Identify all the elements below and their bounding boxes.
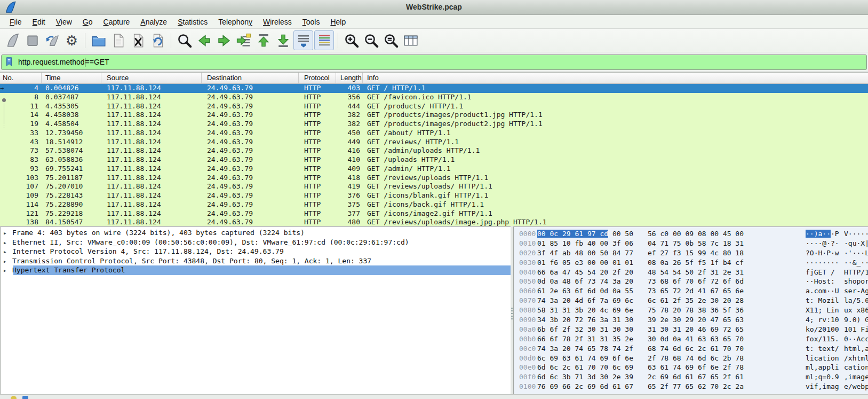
start-capture-icon[interactable]: 0 24 24"> bbox=[3, 31, 22, 50]
capture-comment-icon[interactable] bbox=[22, 396, 28, 399]
packet-row[interactable]: 8363.058836117.11.88.12424.49.63.79HTTP4… bbox=[0, 155, 868, 165]
find-packet-icon[interactable] bbox=[175, 31, 194, 50]
hex-row[interactable]: 006061 2e 63 6f 6d 0d 0a 5573 65 72 2d 4… bbox=[514, 286, 868, 296]
hex-row[interactable]: 010076 69 66 2c 69 6d 61 6765 2f 77 65 6… bbox=[514, 382, 868, 392]
packet-row[interactable]: 9369.755241117.11.88.12424.49.63.79HTTP4… bbox=[0, 165, 868, 174]
go-forward-icon[interactable] bbox=[214, 31, 233, 50]
capture-options-icon[interactable]: ⚙ bbox=[62, 31, 81, 50]
packet-row[interactable]: 4318.514912117.11.88.12424.49.63.79HTTP4… bbox=[0, 138, 868, 147]
detail-row[interactable]: ▸Hypertext Transfer Protocol bbox=[1, 265, 511, 275]
menu-item-tools[interactable]: Tools bbox=[297, 16, 325, 28]
open-file-icon[interactable] bbox=[89, 31, 108, 50]
menu-item-capture[interactable]: Capture bbox=[98, 16, 136, 28]
hex-row[interactable]: 003001 f6 05 e3 00 00 01 0108 0a 26 5f f… bbox=[514, 258, 868, 268]
column-header-time[interactable]: Time bbox=[42, 73, 101, 83]
packet-row[interactable]: 80.037487117.11.88.12424.49.63.79HTTP356… bbox=[0, 93, 868, 102]
column-header-info[interactable]: Info bbox=[363, 73, 868, 83]
auto-scroll-icon[interactable] bbox=[293, 30, 313, 50]
packet-dst: 24.49.63.79 bbox=[202, 174, 299, 183]
zoom-in-icon[interactable] bbox=[342, 31, 361, 50]
hex-row[interactable]: 00e06d 6c 2c 61 70 70 6c 6963 61 74 69 6… bbox=[514, 363, 868, 372]
save-file-icon[interactable] bbox=[109, 31, 128, 50]
hex-row[interactable]: 009034 3b 20 72 76 3a 31 3039 2e 30 29 2… bbox=[514, 315, 868, 325]
column-header-source[interactable]: Source bbox=[101, 73, 202, 83]
ascii-right: /xhtml+x bbox=[844, 354, 868, 363]
menu-item-statistics[interactable]: Statistics bbox=[172, 16, 213, 28]
packet-info: GET /products/images/product1.jpg HTTP/1… bbox=[363, 111, 868, 120]
hex-bytes-right: 2f 78 68 74 6d 6c 2b 78 bbox=[648, 354, 744, 363]
menu-item-edit[interactable]: Edit bbox=[27, 16, 51, 28]
column-header-no[interactable]: No. bbox=[0, 73, 42, 83]
menu-item-analyze[interactable]: Analyze bbox=[135, 16, 172, 28]
hex-row[interactable]: 00c074 3a 20 74 65 78 74 2f68 74 6d 6c 2… bbox=[514, 344, 868, 354]
resize-columns-icon[interactable] bbox=[401, 31, 420, 50]
hex-bytes-right: 73 68 6f 70 6f 72 6f 6d bbox=[648, 277, 744, 286]
packet-row[interactable]: 194.458504117.11.88.12424.49.63.79HTTP38… bbox=[0, 120, 868, 129]
go-back-icon[interactable] bbox=[195, 31, 213, 50]
expander-icon[interactable]: ▸ bbox=[3, 257, 12, 267]
expander-icon[interactable]: ▸ bbox=[3, 238, 12, 248]
packet-row[interactable]: 3312.739450117.11.88.12424.49.63.79HTTP4… bbox=[0, 129, 868, 138]
go-first-icon[interactable] bbox=[254, 31, 273, 50]
hex-row[interactable]: 00203f 4f ab 48 00 50 84 77ef 27 f3 15 9… bbox=[514, 248, 868, 258]
expander-icon[interactable]: ▸ bbox=[3, 229, 12, 238]
hex-row[interactable]: 00d06c 69 63 61 74 69 6f 6e2f 78 68 74 6… bbox=[514, 354, 868, 363]
packet-row[interactable]: →40.004826117.11.88.12424.49.63.79HTTP40… bbox=[0, 84, 868, 93]
hex-selected-bytes: 00 0c 29 61 97 cd bbox=[537, 230, 608, 238]
packet-row[interactable]: 10975.228143117.11.88.12424.49.63.79HTTP… bbox=[0, 191, 868, 200]
packet-row[interactable]: 12175.229218117.11.88.12424.49.63.79HTTP… bbox=[0, 209, 868, 218]
detail-row[interactable]: ▸Transmission Control Protocol, Src Port… bbox=[1, 256, 511, 266]
stop-capture-icon[interactable] bbox=[23, 31, 42, 50]
hex-row[interactable]: 00b066 6f 78 2f 31 31 35 2e30 0d 0a 41 6… bbox=[514, 334, 868, 344]
hex-row[interactable]: 000000 0c 29 61 97 cd 00 5056 c0 00 09 0… bbox=[514, 229, 868, 239]
packet-row[interactable]: 11475.228890117.11.88.12424.49.63.79HTTP… bbox=[0, 200, 868, 209]
expander-icon[interactable]: ▸ bbox=[3, 247, 12, 257]
hex-row[interactable]: 007074 3a 20 4d 6f 7a 69 6c6c 61 2f 35 2… bbox=[514, 296, 868, 306]
packet-row[interactable]: 114.435305117.11.88.12424.49.63.79HTTP44… bbox=[0, 102, 868, 111]
close-file-icon[interactable] bbox=[129, 31, 147, 50]
packet-row[interactable]: 10775.207010117.11.88.12424.49.63.79HTTP… bbox=[0, 182, 868, 191]
packet-no: 19 bbox=[7, 120, 42, 129]
column-header-protocol[interactable]: Protocol bbox=[299, 73, 336, 83]
menu-item-view[interactable]: View bbox=[51, 16, 77, 28]
hex-offset: 0060 bbox=[519, 286, 536, 296]
colorize-icon[interactable] bbox=[314, 30, 334, 50]
go-to-packet-icon[interactable] bbox=[234, 31, 253, 50]
hex-row[interactable]: 008058 31 31 3b 20 4c 69 6e75 78 20 78 3… bbox=[514, 306, 868, 315]
hex-row[interactable]: 00f06d 6c 3b 71 3d 30 2e 392c 69 6d 61 6… bbox=[514, 372, 868, 382]
detail-row[interactable]: ▸Ethernet II, Src: VMware_c0:00:09 (00:5… bbox=[1, 238, 511, 247]
hex-bytes-left: 74 3a 20 74 65 78 74 2f bbox=[537, 344, 633, 354]
menu-item-wireless[interactable]: Wireless bbox=[258, 16, 297, 28]
packet-row[interactable]: 13884.150547117.11.88.12424.49.63.79HTTP… bbox=[0, 218, 868, 226]
zoom-reset-icon[interactable] bbox=[381, 31, 400, 50]
packet-dst: 24.49.63.79 bbox=[202, 93, 299, 102]
column-header-destination[interactable]: Destination bbox=[202, 73, 299, 83]
menu-item-file[interactable]: File bbox=[4, 16, 27, 28]
hex-row[interactable]: 00a06b 6f 2f 32 30 31 30 3031 30 31 20 4… bbox=[514, 325, 868, 334]
hex-offset: 0040 bbox=[519, 268, 536, 277]
hex-row[interactable]: 00500d 0a 48 6f 73 74 3a 2073 68 6f 70 6… bbox=[514, 277, 868, 286]
reload-file-icon[interactable] bbox=[148, 31, 167, 50]
hex-offset: 00c0 bbox=[519, 344, 536, 354]
menu-item-go[interactable]: Go bbox=[77, 16, 98, 28]
bookmark-icon[interactable] bbox=[3, 56, 15, 68]
packet-row[interactable]: 10375.201187117.11.88.12424.49.63.79HTTP… bbox=[0, 174, 868, 183]
packet-row[interactable]: 7357.538074117.11.88.12424.49.63.79HTTP4… bbox=[0, 146, 868, 155]
display-filter-input[interactable]: http.request.method==GET bbox=[1, 54, 867, 70]
ascii-right: ,image/a bbox=[844, 372, 868, 382]
menu-item-help[interactable]: Help bbox=[325, 16, 351, 28]
restart-capture-icon[interactable] bbox=[43, 31, 61, 50]
hex-bytes-left: 6d 6c 2c 61 70 70 6c 69 bbox=[537, 363, 633, 372]
go-last-icon[interactable] bbox=[274, 31, 292, 50]
expert-info-icon[interactable] bbox=[11, 396, 17, 399]
packet-no: 121 bbox=[7, 209, 42, 218]
hex-row[interactable]: 001001 85 10 fb 40 00 3f 0604 71 75 0b 5… bbox=[514, 239, 868, 248]
packet-row[interactable]: 144.458038117.11.88.12424.49.63.79HTTP38… bbox=[0, 111, 868, 120]
hex-row[interactable]: 004066 6a 47 45 54 20 2f 2048 54 54 50 2… bbox=[514, 268, 868, 277]
expander-icon[interactable]: ▸ bbox=[3, 266, 12, 276]
detail-row[interactable]: ▸Internet Protocol Version 4, Src: 117.1… bbox=[1, 247, 511, 256]
zoom-out-icon[interactable] bbox=[362, 31, 380, 50]
detail-row[interactable]: ▸Frame 4: 403 bytes on wire (3224 bits),… bbox=[1, 228, 511, 238]
menu-item-telephony[interactable]: Telephony bbox=[213, 16, 258, 28]
column-header-length[interactable]: Length bbox=[336, 73, 363, 83]
